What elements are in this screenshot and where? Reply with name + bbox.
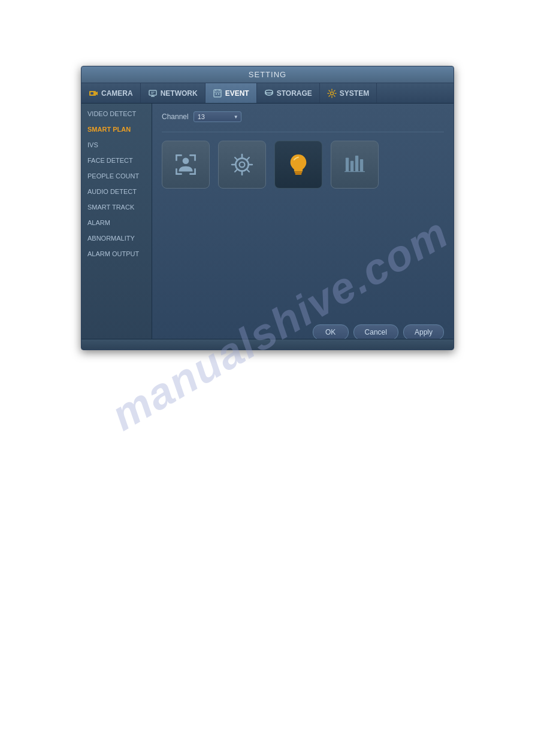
svg-point-27 bbox=[183, 157, 189, 164]
content-area: VIDEO DETECT SMART PLAN IVS FACE DETECT … bbox=[81, 104, 454, 350]
svg-rect-39 bbox=[295, 173, 302, 175]
ok-button[interactable]: OK bbox=[313, 324, 349, 340]
tab-bar: CAMERA NETWORK EVENT bbox=[81, 83, 454, 104]
sidebar-item-people-count[interactable]: PEOPLE COUNT bbox=[81, 168, 152, 184]
svg-line-37 bbox=[235, 169, 237, 172]
svg-line-35 bbox=[247, 169, 249, 172]
sidebar-item-audio-detect[interactable]: AUDIO DETECT bbox=[81, 184, 152, 199]
svg-line-34 bbox=[235, 157, 237, 160]
tab-network-label: NETWORK bbox=[161, 89, 198, 98]
sidebar-item-alarm[interactable]: ALARM bbox=[81, 215, 152, 230]
channel-select[interactable]: 13 1 2 3 4 5 6 7 8 9 10 11 12 bbox=[194, 111, 241, 122]
people-count-icon bbox=[340, 150, 369, 179]
event-icon bbox=[213, 89, 222, 98]
sidebar-item-abnormality[interactable]: ABNORMALITY bbox=[81, 230, 152, 246]
tab-storage[interactable]: STORAGE bbox=[257, 83, 320, 103]
storage-icon bbox=[264, 89, 274, 98]
channel-select-wrapper: 13 1 2 3 4 5 6 7 8 9 10 11 12 bbox=[194, 111, 241, 122]
svg-rect-20 bbox=[176, 154, 177, 161]
tab-storage-label: STORAGE bbox=[277, 89, 312, 98]
channel-row: Channel 13 1 2 3 4 5 6 7 8 9 10 11 bbox=[162, 111, 444, 122]
title-bar: SETTING bbox=[81, 66, 454, 83]
channel-label: Channel bbox=[162, 113, 189, 121]
tab-system[interactable]: SYSTEM bbox=[320, 83, 377, 103]
svg-rect-3 bbox=[149, 90, 156, 95]
tab-event-label: EVENT bbox=[225, 89, 249, 98]
sidebar-item-ivs[interactable]: IVS bbox=[81, 137, 152, 153]
apply-button[interactable]: Apply bbox=[403, 324, 444, 340]
svg-rect-40 bbox=[346, 157, 349, 171]
people-count-card[interactable] bbox=[331, 141, 379, 189]
tab-network[interactable]: NETWORK bbox=[141, 83, 205, 103]
main-panel: Channel 13 1 2 3 4 5 6 7 8 9 10 11 bbox=[152, 104, 454, 350]
svg-point-29 bbox=[240, 162, 245, 168]
svg-rect-38 bbox=[295, 172, 302, 174]
sidebar-item-smart-track[interactable]: SMART TRACK bbox=[81, 199, 152, 215]
button-row: OK Cancel Apply bbox=[313, 324, 444, 340]
svg-line-36 bbox=[247, 157, 249, 160]
smart-plan-card[interactable] bbox=[274, 141, 322, 189]
svg-rect-22 bbox=[194, 154, 196, 161]
svg-marker-1 bbox=[96, 92, 98, 95]
ivs-icon bbox=[228, 150, 256, 179]
ivs-card[interactable] bbox=[218, 141, 266, 189]
network-icon bbox=[148, 89, 158, 98]
svg-point-18 bbox=[330, 92, 333, 95]
sidebar-item-smart-plan[interactable]: SMART PLAN bbox=[81, 122, 152, 137]
svg-rect-13 bbox=[218, 93, 219, 95]
tab-camera-label: CAMERA bbox=[101, 89, 133, 98]
bottom-bar bbox=[81, 339, 454, 350]
window-title: SETTING bbox=[249, 70, 286, 79]
face-detect-card[interactable] bbox=[162, 141, 210, 189]
tab-camera[interactable]: CAMERA bbox=[81, 83, 141, 103]
lightbulb-icon bbox=[284, 150, 313, 179]
svg-rect-8 bbox=[214, 90, 221, 97]
sidebar: VIDEO DETECT SMART PLAN IVS FACE DETECT … bbox=[81, 104, 152, 350]
svg-rect-26 bbox=[194, 168, 196, 175]
sidebar-item-alarm-output[interactable]: ALARM OUTPUT bbox=[81, 246, 152, 262]
svg-rect-41 bbox=[350, 161, 353, 172]
face-detect-icon bbox=[171, 150, 200, 179]
sidebar-item-video-detect[interactable]: VIDEO DETECT bbox=[81, 106, 152, 122]
svg-rect-43 bbox=[360, 159, 363, 171]
camera-icon bbox=[89, 89, 98, 98]
icon-grid bbox=[162, 141, 444, 189]
svg-rect-24 bbox=[176, 168, 177, 175]
divider bbox=[162, 132, 444, 132]
svg-rect-2 bbox=[90, 92, 93, 95]
svg-rect-42 bbox=[355, 156, 358, 172]
tab-system-label: SYSTEM bbox=[340, 89, 369, 98]
tab-event[interactable]: EVENT bbox=[205, 83, 257, 103]
system-icon bbox=[327, 89, 337, 98]
main-window: SETTING CAMERA NETWORK bbox=[81, 66, 454, 350]
sidebar-item-face-detect[interactable]: FACE DETECT bbox=[81, 153, 152, 168]
cancel-button[interactable]: Cancel bbox=[353, 324, 398, 340]
svg-rect-12 bbox=[216, 93, 217, 95]
